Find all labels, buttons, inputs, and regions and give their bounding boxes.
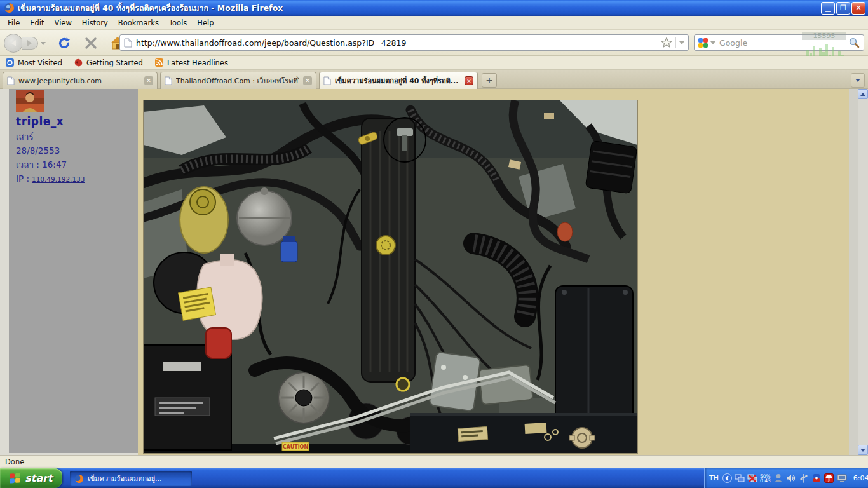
post-photo: CAUTION (144, 100, 637, 453)
menu-view[interactable]: View (50, 17, 77, 29)
language-indicator[interactable]: TH (709, 474, 719, 482)
scroll-up-button[interactable] (858, 89, 868, 99)
avatar (16, 90, 44, 112)
post-date: 28/8/2553 (16, 146, 138, 156)
progress-eta: 0:43 (760, 478, 771, 483)
tab-question-active[interactable]: เข็มความร้อนผมตกอยู่ที่ 40 ทั้งๆที่รถติ.… (319, 72, 478, 89)
tab-page-icon (165, 76, 172, 85)
taskbar-item-label: เข็มความร้อนผมตกอยู่... (88, 473, 162, 484)
firefox-icon (4, 3, 15, 13)
taskbar-clock[interactable]: 6:04 PM (853, 474, 868, 482)
engine-dropdown-icon[interactable] (710, 41, 715, 44)
windows-taskbar: start เข็มความร้อนผมตกอยู่... TH 50% 0:4… (0, 468, 868, 488)
title-bar: เข็มความร้อนผมตกอยู่ที่ 40 ทั้งๆที่รถติด… (0, 0, 868, 16)
volume-icon[interactable] (786, 473, 796, 484)
network-icon[interactable] (735, 473, 745, 484)
menu-file[interactable]: File (3, 17, 25, 29)
menu-edit[interactable]: Edit (25, 17, 49, 29)
messenger-user-icon[interactable] (773, 473, 783, 484)
menu-bookmarks[interactable]: Bookmarks (113, 17, 164, 29)
download-progress: 50% 0:43 (760, 474, 771, 483)
photo-caution-text: CAUTION (283, 444, 308, 450)
display-settings-icon[interactable] (837, 473, 847, 484)
back-icon (11, 40, 16, 46)
list-all-tabs-button[interactable] (851, 73, 865, 88)
tab-page-icon (7, 76, 15, 85)
ip-label: IP : (16, 173, 29, 184)
restore-button[interactable]: ❐ (836, 2, 850, 15)
stop-icon (85, 37, 97, 50)
url-dropdown-icon[interactable] (679, 41, 684, 44)
page-viewport: triple_x เสาร์ 28/8/2553 เวลา : 16:47 IP… (0, 89, 868, 455)
getting-started-icon (74, 58, 83, 67)
post-body: CAUTION (138, 89, 849, 455)
page-icon (124, 38, 132, 48)
tab-thailandoffroad[interactable]: ThailandOffroad.Com : เว็บออฟโรดที่ได้..… (160, 72, 316, 89)
download-manager-icon[interactable] (811, 473, 822, 484)
url-text[interactable]: http://www.thailandoffroad.com/jeep/boar… (136, 38, 661, 48)
scroll-down-button[interactable] (858, 445, 868, 455)
search-bar[interactable]: Google (694, 34, 864, 51)
avira-antivirus-icon[interactable] (824, 473, 834, 484)
firefox-window: เข็มความร้อนผมตกอยู่ที่ 40 ทั้งๆที่รถติด… (0, 0, 868, 488)
window-title: เข็มความร้อนผมตกอยู่ที่ 40 ทั้งๆที่รถติด… (18, 2, 283, 15)
content-gap (849, 89, 858, 455)
system-tray: TH 50% 0:43 (704, 468, 868, 488)
firefox-icon (74, 474, 84, 484)
network-disabled-icon[interactable] (747, 473, 757, 484)
windows-flag-icon (10, 473, 21, 484)
vertical-scrollbar[interactable] (858, 89, 868, 455)
ip-address-link[interactable]: 110.49.192.133 (32, 175, 85, 183)
location-bar[interactable]: http://www.thailandoffroad.com/jeep/boar… (119, 34, 689, 51)
post-time: เวลา : 16:47 (16, 158, 138, 172)
tab-close-icon[interactable]: ✕ (465, 76, 473, 85)
bookmark-latest-headlines[interactable]: Latest Headlines (154, 58, 228, 67)
forward-button[interactable] (22, 37, 38, 50)
tab-close-icon[interactable]: ✕ (303, 76, 312, 85)
rss-icon (154, 58, 164, 67)
minimize-button[interactable]: ▁ (821, 2, 835, 15)
reload-icon (57, 36, 71, 50)
author-name[interactable]: triple_x (16, 115, 138, 128)
bookmark-most-visited[interactable]: Most Visited (5, 58, 62, 67)
search-placeholder[interactable]: Google (719, 38, 848, 48)
menu-bar: File Edit View History Bookmarks Tools H… (0, 16, 868, 30)
search-magnifier-icon[interactable] (848, 37, 860, 48)
tab-close-icon[interactable]: ✕ (144, 76, 153, 85)
start-label: start (25, 472, 53, 484)
tab-strip: www.jeepunityclub.com ✕ ThailandOffroad.… (0, 70, 868, 89)
menu-help[interactable]: Help (192, 17, 219, 29)
post-day: เสาร์ (16, 130, 138, 144)
start-button[interactable]: start (0, 468, 62, 488)
usb-device-icon[interactable] (799, 473, 809, 484)
hide-icons-chevron-icon[interactable] (722, 473, 732, 484)
google-engine-icon[interactable] (698, 38, 708, 48)
forward-icon (27, 40, 32, 46)
scroll-up-icon (860, 93, 865, 96)
history-dropdown-icon[interactable] (41, 42, 46, 45)
back-button[interactable] (4, 34, 23, 53)
bookmark-getting-started[interactable]: Getting Started (74, 58, 143, 67)
bookmark-star-icon[interactable] (661, 37, 672, 48)
menu-history[interactable]: History (77, 17, 113, 29)
list-all-tabs-icon (855, 79, 860, 82)
close-button[interactable]: ✕ (851, 2, 865, 15)
engine-bay-image: CAUTION (144, 100, 637, 453)
urlbar-separator (675, 37, 676, 48)
status-text: Done (5, 458, 24, 466)
bookmarks-toolbar: Most Visited Getting Started Latest Head… (0, 56, 868, 70)
post-author-panel: triple_x เสาร์ 28/8/2553 เวลา : 16:47 IP… (9, 89, 138, 453)
tab-page-icon (323, 76, 331, 85)
status-bar: Done (0, 455, 868, 468)
stop-button[interactable] (83, 35, 99, 51)
tab-jeepunityclub[interactable]: www.jeepunityclub.com ✕ (3, 72, 158, 89)
taskbar-item-firefox[interactable]: เข็มความร้อนผมตกอยู่... (70, 471, 192, 486)
most-visited-icon (5, 58, 15, 67)
new-tab-button[interactable]: + (482, 73, 497, 88)
scroll-down-icon (860, 449, 865, 452)
reload-button[interactable] (56, 35, 72, 51)
menu-tools[interactable]: Tools (164, 17, 192, 29)
navigation-toolbar: http://www.thailandoffroad.com/jeep/boar… (0, 30, 868, 56)
